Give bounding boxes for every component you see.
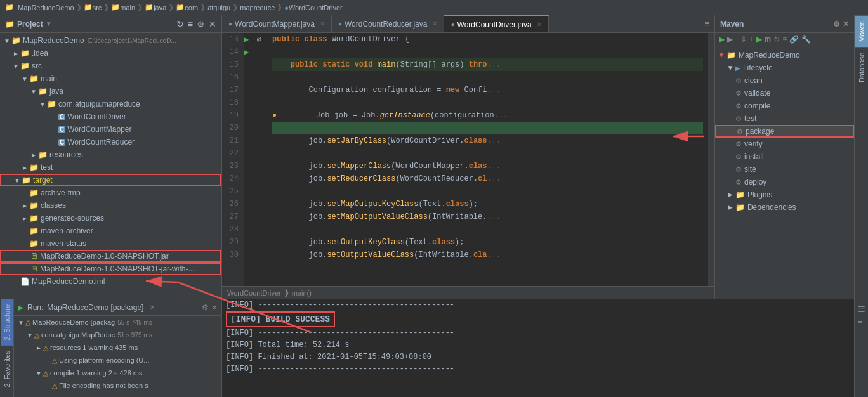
breadcrumb: 📁 MapReduceDemo ❱ 📁 src ❱ 📁 main ❱ 📁 jav…	[0, 0, 868, 15]
maven-item-verify[interactable]: ⚙ verify	[715, 138, 854, 150]
tab-overflow-icon[interactable]: ≡	[704, 19, 709, 29]
run-play-icon[interactable]: ▶	[18, 303, 23, 312]
run-label: Run:	[27, 303, 43, 312]
tree-item-jar1[interactable]: ► 🖹 MapReduceDemo-1.0-SNAPSHOT.jar	[0, 250, 221, 263]
run-tree-encoding[interactable]: ► △ Using platform encoding (U...	[14, 354, 221, 367]
maven-item-lifecycle[interactable]: ▼ ▶ Lifecycle	[715, 62, 854, 74]
editor-breadcrumb: WordCountDriver ❱ main()	[222, 286, 714, 299]
tree-item-mapreducedemo[interactable]: ▼ 📁 MapReduceDemo E:\ideaproject1\MapRed…	[0, 34, 221, 47]
project-tree: ▼ 📁 MapReduceDemo E:\ideaproject1\MapRed…	[0, 33, 221, 299]
code-line-27: job.setMapOutputValueClass(IntWritable..…	[272, 211, 703, 223]
tab-reducer[interactable]: ● WordCountReducer.java ✕	[332, 15, 445, 33]
settings-icon[interactable]: ⚙	[197, 19, 205, 29]
maven-refresh-icon[interactable]: ↻	[773, 35, 780, 44]
tree-item-archiver[interactable]: ► 📁 maven-archiver	[0, 225, 221, 237]
code-line-14	[272, 46, 703, 58]
run-close-icon[interactable]: ✕	[150, 304, 155, 311]
maven-m-icon[interactable]: m	[765, 35, 772, 44]
maven-filter-icon[interactable]: 🔧	[801, 35, 811, 44]
code-line-28	[272, 223, 703, 236]
tab-mapper[interactable]: ● WordCountMapper.java ✕	[222, 15, 332, 33]
tree-item-src[interactable]: ▼ 📁 src	[0, 60, 221, 72]
bottom-sort-icon[interactable]: ≡	[858, 316, 865, 326]
maven-item-plugins[interactable]: ► 📁 Plugins	[715, 188, 854, 201]
tree-item-wcr[interactable]: ► C WordCountReducer	[0, 136, 221, 148]
close-icon[interactable]: ✕	[209, 19, 216, 29]
run-tree-file-encoding[interactable]: ► △ File encoding has not been s	[14, 379, 221, 392]
maven-item-package[interactable]: ⚙ package	[715, 125, 854, 138]
run-tree: ▼ △ MapReduceDemo [packag 55 s 749 ms ▼ …	[14, 316, 221, 392]
console-line-build-success: [INFO] BUILD SUCCESS	[226, 311, 850, 327]
code-line-21: job.setJarByClass(WordCountDriver.class.…	[272, 134, 703, 147]
maven-item-clean[interactable]: ⚙ clean	[715, 74, 854, 87]
maven-settings-icon[interactable]: ⚙	[833, 20, 840, 29]
maven-collapse-all-icon[interactable]: ≡	[782, 35, 787, 44]
console-panel: [INFO] ---------------------------------…	[222, 299, 854, 397]
tree-item-status[interactable]: ► 📁 maven-status	[0, 237, 221, 250]
tree-item-resources[interactable]: ► 📁 resources	[0, 148, 221, 161]
tree-item-target[interactable]: ▼ 📁 target	[0, 174, 221, 186]
code-content[interactable]: public class WordCountDriver { public st…	[267, 33, 708, 286]
maven-plus-icon[interactable]: +	[749, 35, 754, 44]
maven-item-dependencies[interactable]: ► 📁 Dependencies	[715, 201, 854, 214]
tab-driver[interactable]: ● WordCountDriver.java ✕	[444, 15, 548, 33]
maven-download-icon[interactable]: ⇓	[740, 35, 747, 44]
run-close2-icon[interactable]: ✕	[211, 303, 218, 312]
maven-item-root[interactable]: ▼ 📁 MapReduceDemo	[715, 49, 854, 62]
tree-item-wcd[interactable]: ► C WordCountDriver	[0, 110, 221, 123]
right-tab-maven[interactable]: Maven	[855, 15, 868, 47]
tree-item-generated[interactable]: ► 📁 generated-sources	[0, 212, 221, 225]
run-tree-resources[interactable]: ► △ resources 1 warning 435 ms	[14, 341, 221, 354]
tree-item-main[interactable]: ▼ 📁 main	[0, 72, 221, 85]
tree-item-wcm[interactable]: ► C WordCountMapper	[0, 123, 221, 136]
console-line-sep3: [INFO] ---------------------------------…	[226, 363, 850, 375]
maven-item-site[interactable]: ⚙ site	[715, 163, 854, 176]
tree-item-classes[interactable]: ► 📁 classes	[0, 199, 221, 212]
right-tab-database[interactable]: Database	[855, 47, 868, 88]
run-tree-root[interactable]: ▼ △ MapReduceDemo [packag 55 s 749 ms	[14, 316, 221, 329]
console-line-time: [INFO] Total time: 52.214 s	[226, 339, 850, 351]
code-line-22	[272, 147, 703, 160]
maven-header: Maven ⚙ ✕	[715, 15, 854, 33]
collapse-icon[interactable]: ≡	[188, 19, 193, 29]
maven-item-test[interactable]: ⚙ test	[715, 112, 854, 125]
code-line-18	[272, 96, 703, 109]
sidebar-title: 📁 Project ▼	[5, 20, 52, 29]
left-tab-structure[interactable]: 2: Structure	[1, 299, 13, 346]
sidebar-header: 📁 Project ▼ ↻ ≡ ⚙ ✕	[0, 15, 221, 33]
tree-item-java[interactable]: ▼ 📁 java	[0, 85, 221, 98]
tree-item-idea[interactable]: ► 📁 .idea	[0, 47, 221, 60]
sync-icon[interactable]: ↻	[176, 19, 184, 29]
run-tree-compile[interactable]: ▼ △ compile 1 warning 2 s 428 ms	[14, 367, 221, 379]
tree-item-test[interactable]: ► 📁 test	[0, 161, 221, 174]
bottom-filter-icon[interactable]: ☰	[858, 304, 865, 314]
maven-item-install[interactable]: ⚙ install	[715, 150, 854, 163]
console-line-sep1: [INFO] ---------------------------------…	[226, 299, 850, 311]
maven-play-icon[interactable]: ▶	[756, 35, 762, 44]
editor-scrollbar[interactable]	[708, 33, 714, 286]
maven-header-icons: ⚙ ✕	[833, 20, 849, 29]
run-header: ▶ Run: MapReduceDemo [package] ✕ ⚙ ✕	[14, 299, 221, 316]
console-output: [INFO] ---------------------------------…	[222, 299, 854, 397]
maven-item-deploy[interactable]: ⚙ deploy	[715, 176, 854, 188]
maven-item-compile[interactable]: ⚙ compile	[715, 100, 854, 112]
maven-close-icon[interactable]: ✕	[843, 20, 849, 29]
maven-item-validate[interactable]: ⚙ validate	[715, 87, 854, 100]
code-line-20	[272, 122, 703, 134]
gutter: ▶ ▶	[244, 33, 257, 286]
tree-item-archive-tmp[interactable]: ► 📁 archive-tmp	[0, 186, 221, 199]
tree-item-jar2[interactable]: ► 🖹 MapReduceDemo-1.0-SNAPSHOT-jar-with-…	[0, 263, 221, 275]
code-line-19: ● Job job = Job.getInstance(configuratio…	[272, 109, 703, 122]
tree-item-iml[interactable]: ► 📄 MapReduceDemo.iml	[0, 275, 221, 288]
maven-link-icon[interactable]: 🔗	[789, 35, 799, 44]
line-numbers: 13 14 15 16 17 18 19 20 21 22 23 24 25 2…	[222, 33, 244, 286]
left-tab-favorites[interactable]: 2: Favorites	[1, 346, 13, 392]
tree-item-package[interactable]: ▼ 📁 com.atguigu.mapreduce	[0, 98, 221, 110]
maven-run-icon[interactable]: ▶	[719, 35, 725, 44]
left-panel-tabs: 2: Structure 2: Favorites	[0, 299, 14, 397]
run-tree-atguigu[interactable]: ▼ △ com.atguigu:MapReduc 51 s 979 ms	[14, 329, 221, 341]
maven-debug-icon[interactable]: ▶│	[727, 35, 738, 44]
run-settings-icon[interactable]: ⚙	[202, 303, 209, 312]
breakpoint-gutter: @	[257, 33, 267, 286]
code-line-26: job.setMapOutputKeyClass(Text.class);	[272, 198, 703, 211]
